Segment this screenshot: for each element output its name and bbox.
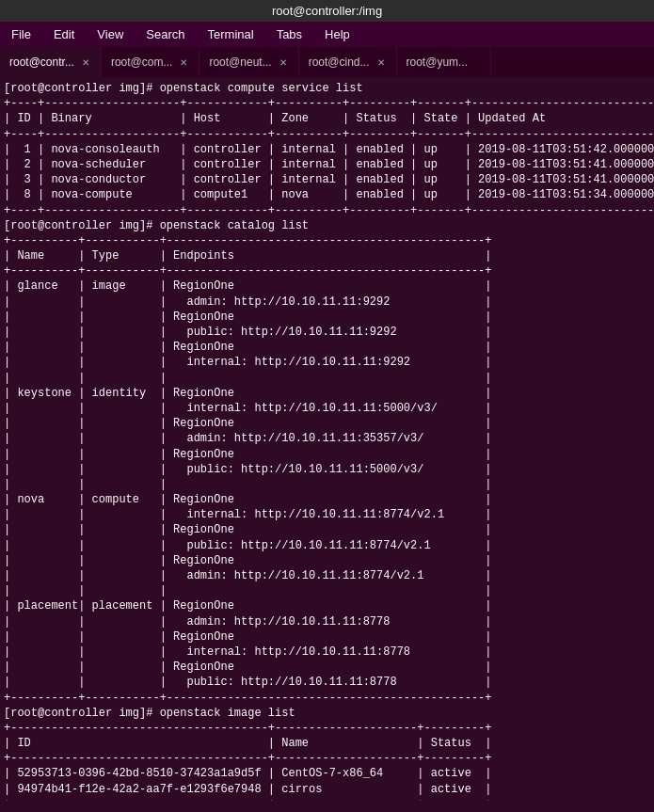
tab-yum-label: root@yum... [407, 56, 469, 69]
terminal-output[interactable]: [root@controller img]# openstack compute… [0, 77, 654, 801]
tab-neut-label: root@neut... [209, 56, 271, 69]
tab-bar: root@contr... ✕ root@com... ✕ root@neut.… [0, 47, 654, 77]
title-bar: root@controller:/img [0, 0, 654, 22]
tab-cind-close[interactable]: ✕ [375, 56, 387, 69]
tab-controller[interactable]: root@contr... ✕ [0, 47, 102, 77]
tab-cind-label: root@cind... [309, 56, 370, 69]
menu-bar: File Edit View Search Terminal Tabs Help [0, 22, 654, 47]
tab-com-close[interactable]: ✕ [178, 56, 189, 69]
menu-file[interactable]: File [8, 25, 35, 43]
tab-com[interactable]: root@com... ✕ [102, 47, 200, 77]
tab-yum[interactable]: root@yum... [397, 47, 491, 77]
menu-tabs[interactable]: Tabs [273, 25, 306, 43]
tab-neut-close[interactable]: ✕ [278, 56, 289, 69]
tab-neut[interactable]: root@neut... ✕ [199, 47, 298, 77]
tab-com-label: root@com... [111, 56, 173, 69]
menu-terminal[interactable]: Terminal [204, 25, 258, 43]
tab-cind[interactable]: root@cind... ✕ [299, 47, 397, 77]
tab-controller-close[interactable]: ✕ [80, 56, 91, 69]
menu-help[interactable]: Help [321, 25, 354, 43]
menu-search[interactable]: Search [142, 25, 188, 43]
tab-controller-label: root@contr... [9, 56, 74, 69]
menu-view[interactable]: View [93, 25, 127, 43]
menu-edit[interactable]: Edit [50, 25, 78, 43]
title-text: root@controller:/img [272, 4, 382, 18]
